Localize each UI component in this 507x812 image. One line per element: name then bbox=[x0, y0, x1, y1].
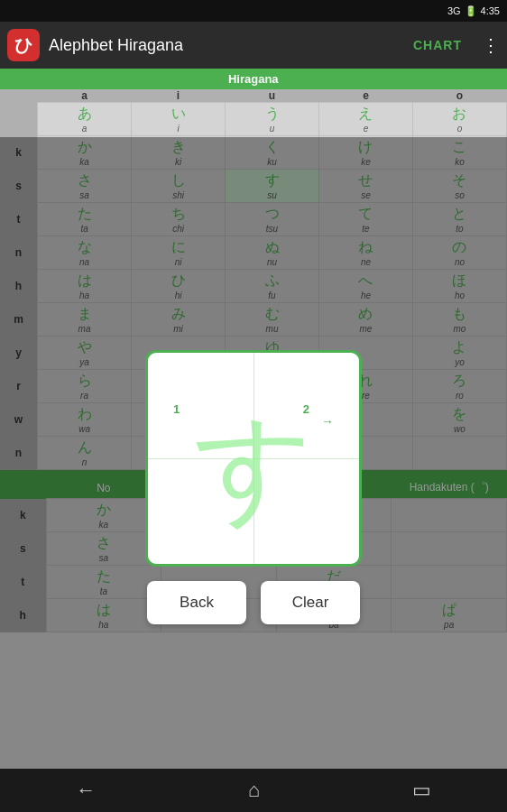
col-header-i: i bbox=[132, 89, 226, 103]
cell-a[interactable]: あa bbox=[38, 103, 132, 136]
table-header: Hiragana bbox=[0, 69, 507, 89]
recents-nav-button[interactable]: ▭ bbox=[394, 775, 449, 806]
signal-icon: 3G bbox=[447, 5, 461, 16]
stroke-number-1: 1 bbox=[173, 402, 180, 416]
cell-i[interactable]: いi bbox=[132, 103, 226, 136]
app-title: Alephbet Hiragana bbox=[49, 36, 404, 55]
clear-button[interactable]: Clear bbox=[261, 581, 360, 624]
app-icon: ひ bbox=[7, 29, 40, 61]
modal-kana-character: す bbox=[194, 409, 314, 526]
home-nav-button[interactable]: ⌂ bbox=[230, 775, 278, 806]
modal-card: 1 2 → す bbox=[145, 350, 362, 567]
cell-o[interactable]: おo bbox=[412, 103, 506, 136]
battery-icon: 🔋 bbox=[465, 5, 477, 17]
menu-button[interactable]: ⋮ bbox=[482, 34, 500, 56]
stroke-arrow-icon: → bbox=[321, 414, 334, 429]
main-content: Hiragana a i u e o あa いi うu えe おo k かka … bbox=[0, 69, 507, 769]
table-row: あa いi うu えe おo bbox=[0, 103, 507, 136]
nav-bar: ← ⌂ ▭ bbox=[0, 769, 507, 812]
back-nav-button[interactable]: ← bbox=[58, 775, 114, 806]
chart-button[interactable]: CHART bbox=[413, 38, 462, 52]
col-header-o: o bbox=[412, 89, 506, 103]
col-header-u: u bbox=[226, 89, 319, 103]
column-headers-row: a i u e o bbox=[0, 89, 507, 103]
col-header-empty bbox=[0, 89, 38, 103]
cell-u[interactable]: うu bbox=[226, 103, 319, 136]
table-title: Hiragana bbox=[0, 69, 507, 89]
status-icons: 3G 🔋 4:35 bbox=[447, 5, 500, 17]
time-display: 4:35 bbox=[481, 5, 500, 16]
status-bar: 3G 🔋 4:35 bbox=[0, 0, 507, 22]
back-button[interactable]: Back bbox=[147, 581, 246, 624]
cell-e[interactable]: えe bbox=[318, 103, 412, 136]
modal-buttons: Back Clear bbox=[147, 581, 360, 624]
modal-overlay: 1 2 → す Back Clear bbox=[0, 137, 507, 769]
col-header-a: a bbox=[38, 89, 132, 103]
toolbar: ひ Alephbet Hiragana CHART ⋮ bbox=[0, 22, 507, 69]
col-header-e: e bbox=[318, 89, 412, 103]
